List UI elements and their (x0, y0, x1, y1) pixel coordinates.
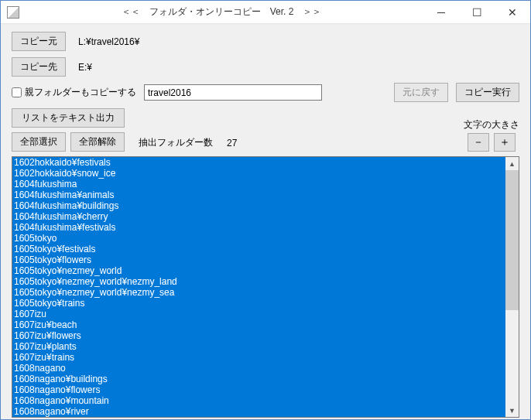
controls-row: リストをテキスト出力 全部選択 全部解除 抽出フォルダー数 27 文字の大きさ … (12, 108, 519, 152)
copy-source-button[interactable]: コピー元 (12, 32, 66, 51)
font-size-label: 文字の大きさ (464, 118, 519, 131)
list-item[interactable]: 1605tokyo¥flowers (12, 254, 505, 265)
app-icon (7, 6, 19, 19)
copy-dest-button[interactable]: コピー先 (12, 57, 66, 77)
list-item[interactable]: 1607izu¥plants (12, 341, 505, 352)
list-item[interactable]: 1605tokyo¥trains (12, 298, 505, 309)
scroll-track[interactable] (505, 170, 519, 404)
list-item[interactable]: 1605tokyo¥nezmey_world (12, 265, 505, 276)
export-list-button[interactable]: リストをテキスト出力 (12, 108, 125, 128)
run-copy-button[interactable]: コピー実行 (456, 83, 519, 102)
list-item[interactable]: 1608nagano (12, 363, 505, 374)
undo-button[interactable]: 元に戻す (394, 83, 448, 102)
list-item[interactable]: 1607izu¥trains (12, 352, 505, 363)
list-item[interactable]: 1608nagano¥flowers (12, 384, 505, 395)
list-item[interactable]: 1608nagano¥buildings (12, 374, 505, 384)
list-item[interactable]: 1604fukushima¥buildings (12, 200, 505, 211)
font-size-buttons: － ＋ (468, 133, 516, 152)
window-title: ＜＜ フォルダ・オンリーコピー Ver. 2 ＞＞ (19, 5, 423, 19)
source-path: L:¥travel2016¥ (78, 36, 139, 47)
font-size-minus-button[interactable]: － (468, 133, 489, 152)
folder-count-label: 抽出フォルダー数 (139, 136, 213, 149)
titlebar: ＜＜ フォルダ・オンリーコピー Ver. 2 ＞＞ ─ ☐ ✕ (1, 1, 530, 24)
deselect-all-button[interactable]: 全部解除 (70, 132, 125, 152)
list-item[interactable]: 1607izu (12, 309, 505, 319)
scroll-down-button[interactable]: ▼ (505, 404, 519, 417)
left-controls: リストをテキスト出力 全部選択 全部解除 (12, 108, 125, 152)
folder-count-wrap: 抽出フォルダー数 27 (139, 136, 237, 152)
folder-list[interactable]: 1602hokkaido¥festivals1602hokkaido¥snow_… (12, 157, 505, 417)
font-size-group: 文字の大きさ － ＋ (464, 118, 519, 152)
list-item[interactable]: 1602hokkaido¥snow_ice (12, 168, 505, 179)
app-window: ＜＜ フォルダ・オンリーコピー Ver. 2 ＞＞ ─ ☐ ✕ コピー元 L:¥… (0, 0, 531, 420)
scroll-up-button[interactable]: ▲ (505, 157, 519, 170)
list-item[interactable]: 1605tokyo¥festivals (12, 244, 505, 254)
options-row: 親フォルダーもコピーする 元に戻す コピー実行 (12, 83, 519, 102)
source-row: コピー元 L:¥travel2016¥ (12, 32, 519, 51)
folder-list-wrap: 1602hokkaido¥festivals1602hokkaido¥snow_… (12, 156, 519, 418)
list-item[interactable]: 1607izu¥flowers (12, 330, 505, 341)
list-item[interactable]: 1604fukushima (12, 179, 505, 190)
list-item[interactable]: 1608nagano¥mountain (12, 395, 505, 406)
copy-parent-label: 親フォルダーもコピーする (25, 86, 136, 99)
scroll-thumb[interactable] (505, 170, 519, 310)
copy-parent-checkbox-wrap[interactable]: 親フォルダーもコピーする (12, 86, 136, 99)
list-item[interactable]: 1604fukushima¥animals (12, 190, 505, 200)
list-item[interactable]: 1604fukushima¥festivals (12, 222, 505, 233)
window-controls: ─ ☐ ✕ (423, 1, 530, 24)
select-all-button[interactable]: 全部選択 (12, 132, 66, 152)
list-item[interactable]: 1605tokyo (12, 233, 505, 244)
dest-path: E:¥ (78, 62, 92, 73)
list-item[interactable]: 1605tokyo¥nezmey_world¥nezmy_sea (12, 287, 505, 298)
list-item[interactable]: 1608nagano¥river (12, 406, 505, 417)
font-size-plus-button[interactable]: ＋ (494, 133, 516, 152)
list-item[interactable]: 1607izu¥beach (12, 319, 505, 330)
content-area: コピー元 L:¥travel2016¥ コピー先 E:¥ 親フォルダーもコピーす… (1, 24, 530, 420)
minimize-button[interactable]: ─ (423, 1, 459, 24)
copy-parent-checkbox[interactable] (12, 87, 22, 97)
dest-row: コピー先 E:¥ (12, 57, 519, 77)
scrollbar[interactable]: ▲ ▼ (505, 157, 519, 417)
folder-name-input[interactable] (144, 84, 322, 101)
maximize-button[interactable]: ☐ (459, 1, 495, 24)
selection-buttons: 全部選択 全部解除 (12, 132, 125, 152)
list-item[interactable]: 1605tokyo¥nezmey_world¥nezmy_land (12, 276, 505, 287)
folder-count-value: 27 (227, 138, 237, 149)
close-button[interactable]: ✕ (495, 1, 530, 24)
list-item[interactable]: 1604fukushima¥cherry (12, 211, 505, 222)
list-item[interactable]: 1602hokkaido¥festivals (12, 157, 505, 168)
